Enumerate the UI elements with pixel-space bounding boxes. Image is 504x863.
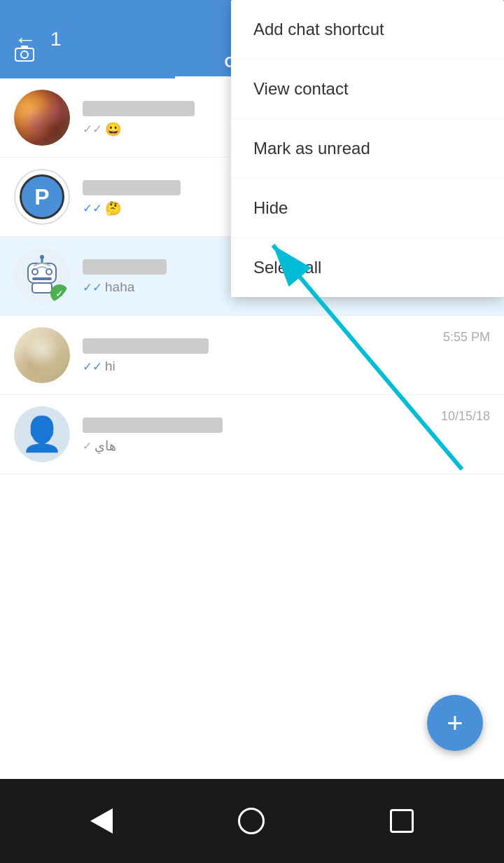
context-menu: Add chat shortcut View contact Mark as u… bbox=[231, 0, 504, 297]
selection-count: 1 bbox=[50, 28, 62, 50]
navigation-bar bbox=[0, 779, 504, 863]
svg-rect-2 bbox=[21, 46, 28, 49]
menu-item-add-shortcut[interactable]: Add chat shortcut bbox=[231, 0, 504, 60]
fab-compose[interactable]: + bbox=[427, 695, 483, 751]
camera-icon[interactable] bbox=[14, 44, 35, 67]
nav-back-button[interactable] bbox=[90, 808, 113, 834]
chat-time-5: 10/15/18 bbox=[441, 409, 490, 424]
menu-item-select-all[interactable]: Select all bbox=[231, 238, 504, 297]
fab-icon: + bbox=[447, 707, 463, 739]
menu-item-view-contact[interactable]: View contact bbox=[231, 60, 504, 119]
menu-item-hide[interactable]: Hide bbox=[231, 179, 504, 238]
svg-point-1 bbox=[21, 51, 28, 58]
menu-item-mark-unread[interactable]: Mark as unread bbox=[231, 119, 504, 179]
nav-recents-button[interactable] bbox=[390, 809, 414, 833]
chat-time-4: 5:55 PM bbox=[443, 330, 490, 345]
svg-rect-0 bbox=[15, 48, 34, 61]
overlay-dim bbox=[0, 78, 231, 779]
nav-home-button[interactable] bbox=[238, 808, 265, 834]
